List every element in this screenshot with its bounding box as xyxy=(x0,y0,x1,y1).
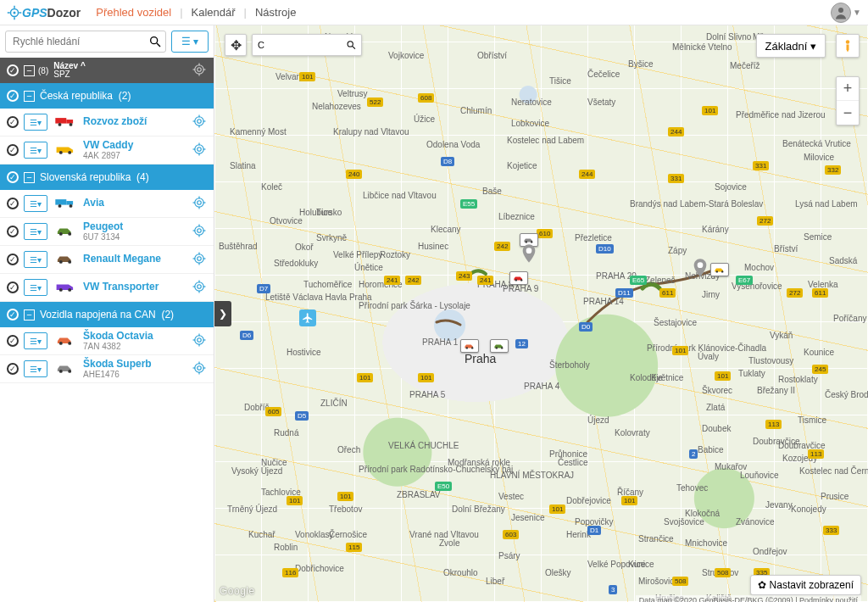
group-checkbox[interactable] xyxy=(7,90,19,102)
vehicle-checkbox[interactable] xyxy=(7,116,19,128)
svg-point-94 xyxy=(526,248,532,254)
vehicle-row[interactable]: ☰▾ Renault Megane xyxy=(0,246,214,274)
vehicle-marker[interactable] xyxy=(509,271,528,285)
streetview-pegman[interactable] xyxy=(836,34,860,58)
map-search-box[interactable] xyxy=(252,34,362,56)
vehicle-row[interactable]: ☰▾ Škoda Superb AHE1476 xyxy=(0,355,214,383)
locate-vehicle-icon[interactable] xyxy=(192,279,207,297)
vehicle-menu-button[interactable]: ☰▾ xyxy=(24,142,47,159)
vehicle-marker[interactable] xyxy=(710,263,729,276)
vehicle-checkbox[interactable] xyxy=(7,335,19,347)
user-menu[interactable] xyxy=(831,3,851,23)
svg-point-59 xyxy=(59,287,63,291)
svg-line-8 xyxy=(157,43,160,47)
vehicle-menu-button[interactable]: ☰▾ xyxy=(24,223,47,240)
map-pin-icon[interactable] xyxy=(693,259,707,277)
vehicle-checkbox[interactable] xyxy=(7,198,19,209)
vehicle-type-icon xyxy=(53,197,78,211)
collapse-icon[interactable]: − xyxy=(24,91,35,102)
collapse-all-icon[interactable]: − xyxy=(24,65,35,76)
locate-vehicle-icon[interactable] xyxy=(192,223,207,241)
map-search-controls: ✥ xyxy=(225,34,362,56)
svg-point-38 xyxy=(198,200,202,204)
svg-point-26 xyxy=(68,150,71,153)
locate-vehicle-icon[interactable] xyxy=(192,251,207,269)
nav-tools[interactable]: Nástroje xyxy=(247,6,304,19)
collapse-icon[interactable]: − xyxy=(24,309,35,321)
vehicle-group-header[interactable]: −Vozidla napojená na CAN (2) xyxy=(0,302,214,327)
svg-point-51 xyxy=(59,259,63,263)
locate-vehicle-icon[interactable] xyxy=(192,142,207,159)
locate-vehicle-icon[interactable] xyxy=(192,360,207,378)
svg-point-77 xyxy=(195,363,204,372)
vehicle-row[interactable]: ☰▾ Avia xyxy=(0,190,214,218)
map-toggle-button[interactable]: ✥ xyxy=(225,34,247,56)
group-checkbox[interactable] xyxy=(7,309,19,321)
vehicle-checkbox[interactable] xyxy=(7,254,19,265)
svg-point-52 xyxy=(68,259,71,263)
zoom-in-button[interactable]: + xyxy=(837,77,859,101)
map[interactable]: PrahaNova VesVojkoviceOdolena VodaKralup… xyxy=(214,25,868,602)
sidebar-collapse-handle[interactable]: ❯ xyxy=(214,301,231,326)
vehicle-group-header[interactable]: −Slovenská republika (4) xyxy=(0,164,214,190)
zoom-out-button[interactable]: − xyxy=(837,101,859,125)
locate-vehicle-icon[interactable] xyxy=(192,114,207,131)
google-logo: Google xyxy=(220,585,255,597)
svg-point-28 xyxy=(198,147,202,151)
search-input[interactable] xyxy=(9,36,148,47)
logo-text-dozor: Dozor xyxy=(47,6,81,20)
svg-point-53 xyxy=(195,254,204,263)
group-checkbox[interactable] xyxy=(7,171,19,183)
vehicle-row[interactable]: ☰▾ VW Transporter xyxy=(0,274,214,302)
vehicle-row[interactable]: ☰▾ VW Caddy 4AK 2897 xyxy=(0,137,214,164)
vehicle-menu-button[interactable]: ☰▾ xyxy=(24,360,47,377)
nav-calendar[interactable]: Kalendář xyxy=(183,6,244,19)
nav-vehicles[interactable]: Přehled vozidel xyxy=(87,6,180,19)
locate-vehicle-icon[interactable] xyxy=(192,332,207,350)
svg-point-78 xyxy=(198,365,202,370)
logo[interactable]: GPSDozor xyxy=(7,5,81,20)
vehicle-marker[interactable] xyxy=(490,339,509,353)
vehicle-type-icon xyxy=(53,143,78,158)
vehicle-row[interactable]: ☰▾ Škoda Octavia 7AN 4382 xyxy=(0,327,214,355)
svg-point-25 xyxy=(59,150,63,153)
map-type-selector[interactable]: Základní ▾ xyxy=(756,34,826,58)
locate-vehicle-icon[interactable] xyxy=(192,195,207,213)
map-search-input[interactable] xyxy=(258,40,346,50)
map-pin-icon[interactable] xyxy=(522,244,536,263)
vehicle-menu-button[interactable]: ☰▾ xyxy=(24,332,47,349)
vehicle-list-header: − (8) Název ^ SPZ xyxy=(0,58,214,83)
vehicle-name: Škoda Octavia xyxy=(83,331,192,342)
select-all-checkbox[interactable] xyxy=(7,64,19,76)
svg-point-70 xyxy=(198,337,202,342)
vehicle-menu-button[interactable]: ☰▾ xyxy=(24,279,47,296)
vehicle-menu-button[interactable]: ☰▾ xyxy=(24,251,47,268)
sidebar-search[interactable] xyxy=(5,31,166,53)
svg-point-62 xyxy=(198,284,202,288)
filter-button[interactable]: ☰ ▾ xyxy=(171,31,209,53)
map-settings-button[interactable]: ✿ Nastavit zobrazení xyxy=(750,575,861,595)
vehicle-row[interactable]: ☰▾ Rozvoz zboží xyxy=(0,109,214,137)
svg-point-37 xyxy=(195,198,204,207)
vehicle-checkbox[interactable] xyxy=(7,144,19,156)
vehicle-marker[interactable] xyxy=(460,339,479,353)
group-label: Slovenská republika xyxy=(40,171,131,183)
vehicle-row[interactable]: ☰▾ Peugeot 6U7 3134 xyxy=(0,218,214,246)
user-icon xyxy=(833,5,849,20)
svg-point-44 xyxy=(68,231,71,235)
vehicle-menu-button[interactable]: ☰▾ xyxy=(24,114,47,131)
vehicle-group-header[interactable]: −Česká republika (2) xyxy=(0,83,214,109)
group-count: (4) xyxy=(136,171,149,183)
group-label: Česká republika xyxy=(40,90,113,102)
locate-all-icon[interactable] xyxy=(192,62,207,79)
vehicle-checkbox[interactable] xyxy=(7,226,19,237)
vehicle-menu-button[interactable]: ☰▾ xyxy=(24,195,47,212)
svg-point-76 xyxy=(68,369,71,372)
svg-line-96 xyxy=(352,47,354,49)
sort-spz-label[interactable]: SPZ xyxy=(53,70,86,79)
svg-point-97 xyxy=(846,40,850,44)
vehicle-checkbox[interactable] xyxy=(7,281,19,293)
vehicle-checkbox[interactable] xyxy=(7,363,19,375)
vehicle-type-icon xyxy=(53,225,78,239)
collapse-icon[interactable]: − xyxy=(24,172,35,183)
